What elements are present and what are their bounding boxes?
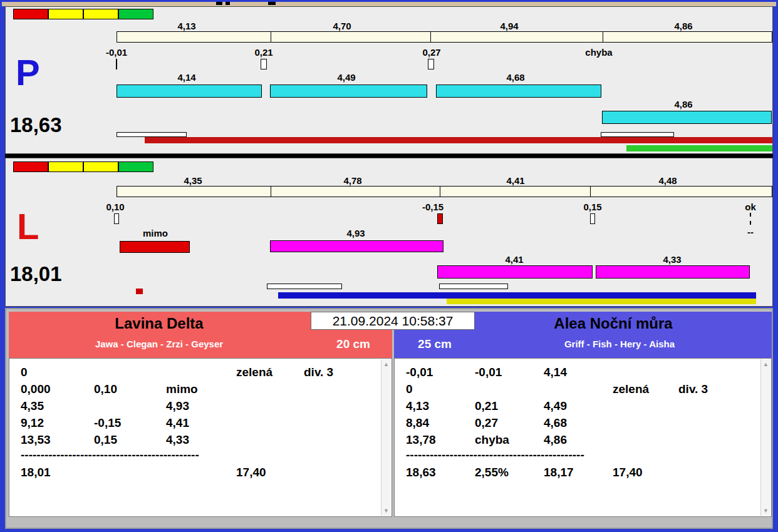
team-left-name: Lavina Delta	[9, 315, 309, 332]
measure-bar-label: mimo	[124, 228, 187, 238]
tick-marker-dashed	[750, 213, 751, 225]
progress-bar-blue	[278, 292, 756, 299]
progress-marker-red	[136, 289, 143, 294]
progress-track	[267, 284, 342, 289]
team-right-distance: 25 cm	[400, 337, 469, 351]
memo-row: 4,13 0,21 4,49	[395, 399, 761, 416]
footer-section: Lavina Delta Jawa - Clegan - Zrzi - Geys…	[5, 308, 773, 529]
deviation-label: 0,10	[84, 202, 147, 212]
ruler-divider	[430, 32, 431, 42]
ruler-segment-label: 4,86	[652, 21, 715, 31]
legend-swatch-green	[118, 161, 153, 172]
team-left-distance: 20 cm	[322, 337, 385, 351]
memo-divider-row: ----------------------------------------…	[395, 448, 761, 464]
progress-track	[117, 132, 187, 137]
titlebar	[2, 2, 776, 6]
ruler-segment-label: 4,78	[321, 175, 384, 186]
deviation-label: ok	[719, 202, 778, 212]
measure-bar	[602, 111, 772, 124]
measure-bar-label: 4,14	[155, 72, 218, 83]
tick-marker	[114, 213, 119, 224]
progress-bar-red	[145, 137, 772, 143]
scroll-up-icon[interactable]: ▲	[761, 361, 770, 367]
memo-total-row: 18,63 2,55% 18,17 17,40	[395, 466, 761, 482]
memo-row: 0 zelená div. 3	[395, 382, 761, 399]
legend-swatch-red	[13, 9, 48, 19]
memo-row: 13,53 0,15 4,33	[9, 433, 381, 449]
ruler-segment-label: 4,41	[484, 175, 547, 186]
deviation-extra-label: --	[719, 227, 778, 237]
deviation-label: 0,27	[400, 47, 463, 58]
ruler-segment-label: 4,70	[311, 21, 373, 31]
scroll-up-icon[interactable]: ▲	[381, 361, 391, 367]
total-l: 18,01	[10, 263, 62, 284]
memo-row: 0 zelená div. 3	[9, 366, 381, 382]
ruler-divider	[271, 32, 271, 42]
legend-swatch-yellow	[83, 161, 118, 172]
memo-row: -0,01 -0,01 4,14	[395, 366, 761, 382]
legend-swatch-yellow	[48, 9, 83, 19]
titlebar-artifact	[226, 2, 230, 5]
scrollbar[interactable]: ▲ ▼	[381, 359, 391, 516]
measure-bar	[436, 84, 601, 98]
scrollbar[interactable]: ▲ ▼	[760, 359, 770, 516]
memo-row: 9,12 -0,15 4,41	[9, 416, 381, 432]
tick-marker	[437, 213, 443, 224]
progress-track	[439, 284, 508, 289]
team-right-name: Alea Noční můra	[457, 315, 770, 332]
deviation-label: 0,21	[232, 47, 295, 58]
timestamp: 21.09.2024 10:58:37	[311, 312, 475, 330]
ruler-divider	[440, 187, 440, 197]
scroll-down-icon[interactable]: ▼	[761, 508, 770, 514]
measure-bar	[270, 240, 443, 252]
panel-p: 4,13 4,70 4,94 4,86 -0,01 0,21 0,27 chyb…	[5, 6, 773, 154]
measure-bar-label: 4,33	[641, 254, 703, 265]
measure-bar	[437, 265, 593, 279]
memo-row: 4,35 4,93	[9, 399, 381, 416]
measure-bar-label: 4,68	[484, 72, 547, 83]
ruler-segment-label: 4,48	[636, 175, 699, 186]
team-right-players: Griff - Fish - Hery - Aisha	[488, 339, 751, 349]
measure-bar-label: 4,86	[652, 99, 715, 110]
tick-marker	[428, 59, 434, 69]
measure-bar-fault	[120, 241, 190, 253]
ruler-divider	[603, 32, 603, 42]
memo-row: 13,78 chyba 4,86	[395, 433, 761, 449]
scroll-down-icon[interactable]: ▼	[381, 508, 391, 514]
measure-bar-label: 4,93	[324, 228, 387, 238]
legend-swatch-yellow	[48, 161, 83, 172]
ruler-segment-label: 4,94	[478, 21, 541, 31]
legend-swatch-green	[118, 9, 153, 19]
ruler-bar	[117, 31, 772, 43]
team-right-memo[interactable]: -0,01 -0,01 4,14 0 zelená div. 3 4,13 0,…	[394, 358, 772, 517]
progress-track	[601, 132, 674, 137]
measure-bar	[270, 84, 427, 98]
progress-bar-green	[626, 145, 772, 151]
measure-bar-label: 4,41	[483, 254, 546, 265]
memo-total-row: 18,01 17,40	[9, 466, 381, 482]
titlebar-artifact	[216, 2, 222, 5]
tick-marker	[261, 59, 267, 69]
total-p: 18,63	[10, 115, 62, 135]
side-letter-l: L	[17, 208, 39, 245]
memo-row: 0,000 0,10 mimo	[9, 382, 381, 399]
team-left-players: Jawa - Clegan - Zrzi - Geyser	[9, 339, 309, 349]
measure-bar	[117, 84, 262, 98]
memo-row: 8,84 0,27 4,68	[395, 416, 761, 432]
progress-bar-yellow	[447, 299, 756, 304]
deviation-label: -0,15	[402, 202, 464, 212]
legend-swatch-red	[13, 161, 48, 172]
side-letter-p: P	[16, 54, 40, 91]
titlebar-artifact	[268, 2, 276, 5]
ruler-segment-label: 4,35	[162, 175, 224, 186]
measure-bar	[596, 265, 750, 279]
tick-marker	[590, 213, 595, 224]
legend-swatch-yellow	[83, 9, 118, 19]
deviation-label: 0,15	[561, 202, 624, 212]
team-left-memo[interactable]: 0 zelená div. 3 0,000 0,10 mimo 4,35 4,9…	[9, 358, 392, 517]
deviation-label: chyba	[568, 47, 630, 58]
ruler-bar	[117, 186, 772, 197]
app-window: 4,13 4,70 4,94 4,86 -0,01 0,21 0,27 chyb…	[0, 0, 778, 532]
memo-divider-row: ----------------------------------------…	[9, 448, 381, 464]
ruler-divider	[590, 187, 591, 197]
